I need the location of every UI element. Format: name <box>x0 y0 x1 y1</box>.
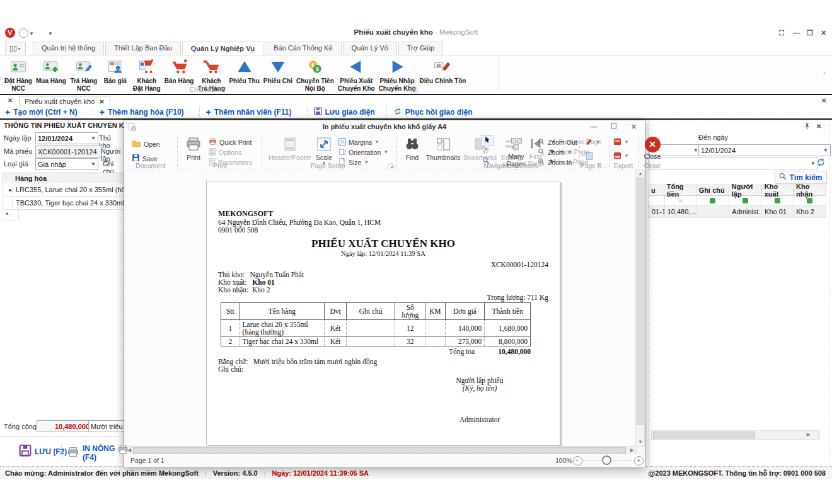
options-grid-icon <box>209 148 216 157</box>
orientation-button[interactable]: Orientation▼ <box>338 148 388 157</box>
dialog-maximize-button[interactable]: ☐ <box>611 122 617 130</box>
print-button[interactable]: Print <box>182 137 205 161</box>
dialog-minimize-button[interactable]: — <box>591 123 598 130</box>
panel-close-icon[interactable]: ✕ <box>816 123 821 130</box>
doc-tab[interactable]: Phiếu xuất chuyển kho ✕ <box>19 96 110 106</box>
header-footer-button[interactable]: Header/Footer <box>268 137 312 161</box>
new-button[interactable]: + Tạo mới (Ctrl + N) <box>5 107 78 117</box>
minimize-button[interactable]: — <box>793 29 800 37</box>
group-label-page-background: Page B... <box>579 162 608 169</box>
hot-print-button[interactable]: IN NÓNG (F4) <box>67 444 124 462</box>
ribbon-btn-dieu-chinh-ton[interactable]: ab Điều Chỉnh Tồn <box>418 57 468 85</box>
date-input[interactable]: 12/01/2024▼ <box>35 132 98 144</box>
group-label-export: Export <box>610 162 637 169</box>
ribbon-tab-bao-cao[interactable]: Báo Cáo Thống Kê <box>265 42 341 55</box>
ribbon-scroll-right-icon[interactable]: › <box>823 70 825 76</box>
filter-cell[interactable] <box>697 196 730 206</box>
code-input[interactable]: XCK00001-120124 <box>35 146 102 158</box>
chevron-down-icon[interactable]: ▼ <box>91 161 96 167</box>
filter-cell[interactable] <box>794 196 826 206</box>
price-type-select[interactable]: Giá nhập▼ <box>35 158 98 170</box>
app-window: V ▼ ▼ Phiếu xuất chuyển kho - MekongSoft… <box>0 0 832 504</box>
ribbon-btn-khach-dat-hang[interactable]: Khách Đặt Hàng <box>131 57 163 92</box>
save-button[interactable]: LƯU (F2) <box>19 444 67 459</box>
save-layout-button[interactable]: Lưu giao diện <box>314 107 375 117</box>
dialog-close-x-button[interactable]: ✕ <box>631 123 637 131</box>
ribbon-tab-thiet-lap[interactable]: Thiết Lập Ban Đầu <box>105 42 181 55</box>
filter-cell[interactable] <box>762 196 794 206</box>
ribbon-btn-phieu-chi[interactable]: Phiếu Chi <box>262 57 294 85</box>
ribbon-btn-chuyen-tien[interactable]: €$ Chuyển Tiền Nội Bộ <box>294 57 336 92</box>
zoom-out-button[interactable]: Zoom Out <box>538 138 577 147</box>
ribbon-tab-quan-ly-vo[interactable]: Quản Lý Vỏ <box>343 42 397 55</box>
doc-signature-block: Người lập phiếu (Ký, họ tên) Administrat… <box>426 377 533 423</box>
restore-layout-button[interactable]: Phục hồi giao diện <box>393 107 473 118</box>
chevron-down-icon[interactable]: ▼ <box>811 161 816 166</box>
close-window-button[interactable]: ✕ <box>821 29 826 37</box>
pin-icon[interactable] <box>804 123 811 132</box>
add-item-button[interactable]: + Thêm hàng hóa (F10) <box>100 107 184 117</box>
supplier-return-icon <box>76 59 92 76</box>
item-row[interactable]: TBC330, Tiger bạc chai 24 x 330ml <box>13 197 130 210</box>
ribbon-btn-bao-gia[interactable]: Báo giá <box>100 57 131 85</box>
preview-area[interactable]: MEKONGSOFT 64 Nguyễn Đình Chiểu, Phường … <box>125 169 637 447</box>
item-row[interactable]: LRC355, Larue chai 20 x 355ml (hàng <box>13 183 130 197</box>
auto-filter-icon <box>742 198 748 203</box>
add-staff-button[interactable]: + Thêm nhân viên (F11) <box>206 107 292 117</box>
page-background-button[interactable]: ▼ <box>584 138 601 147</box>
items-grid-header[interactable]: Hàng hóa <box>13 173 129 184</box>
ribbon-btn-tra-hang-ncc[interactable]: Trả Hàng NCC <box>68 57 100 92</box>
ribbon-btn-phieu-thu[interactable]: Phiếu Thu <box>227 57 261 85</box>
ribbon-btn-dat-hang-ncc[interactable]: Đặt Hàng NCC <box>3 57 34 92</box>
filter-cell[interactable]: = <box>665 196 697 206</box>
restore-button[interactable]: ❐ <box>807 29 813 37</box>
ribbon-btn-mua-hang[interactable]: Mua Hàng <box>34 57 68 85</box>
hand-tool-button[interactable] <box>482 147 490 156</box>
new-row-indicator[interactable]: *-: <box>3 210 19 220</box>
preview-vscrollbar[interactable]: ▲ ▼ <box>635 169 645 447</box>
find-button[interactable]: Find <box>402 137 423 161</box>
search-button[interactable]: Tìm kiếm <box>775 171 827 184</box>
fullscreen-button[interactable]: ⛶ <box>779 29 784 37</box>
app-menu-button[interactable]: ▯▯▼ <box>5 42 26 55</box>
to-date-input[interactable]: 12/01/2024▼ <box>698 144 831 156</box>
doc-tab-close-icon[interactable]: ✕ <box>99 98 104 105</box>
zoom-minus-button[interactable]: − <box>573 456 582 466</box>
scroll-right-icon[interactable]: ▶ <box>807 432 811 437</box>
search-grid-row[interactable]: 01-1... 10,480,... Administ... Kho 01 Kh… <box>649 206 826 218</box>
watermark-doc-icon[interactable] <box>586 152 593 162</box>
chevron-down-icon[interactable]: ▼ <box>91 135 96 141</box>
zoom-slider-thumb[interactable] <box>602 455 611 465</box>
zoom-plus-button[interactable]: + <box>634 456 644 466</box>
chevron-down-icon[interactable]: ▼ <box>823 147 828 153</box>
scroll-down-icon[interactable]: ▼ <box>638 440 643 445</box>
margins-button[interactable]: Margins▼ <box>338 138 379 147</box>
partial-print-button-icon[interactable] <box>117 444 129 457</box>
quick-print-button[interactable]: Quick Print <box>209 138 251 147</box>
send-email-button[interactable]: ▼ <box>613 152 629 161</box>
dialog-close-button[interactable]: ✕ Close <box>640 137 665 161</box>
filter-cell[interactable] <box>649 196 665 206</box>
ribbon-tab-quan-tri[interactable]: Quản trị hệ thống <box>33 42 104 55</box>
tabstrip-close-right-icon[interactable]: ✕ <box>821 97 826 104</box>
filter-cell[interactable] <box>729 196 762 206</box>
tabstrip-close-icon[interactable]: ✕ <box>8 97 13 104</box>
refresh-icon[interactable] <box>816 158 826 169</box>
zoom-button[interactable]: Zoom▼ <box>538 148 572 157</box>
export-file-button[interactable]: ▼ <box>613 138 629 147</box>
pointer-tool-button[interactable] <box>481 135 494 146</box>
thumbnails-button[interactable]: Thumbnails <box>425 137 461 161</box>
panel-hscrollbar[interactable]: ▶ <box>651 430 820 440</box>
ribbon-btn-phieu-xuat-chuyen-kho[interactable]: Phiếu Xuất Chuyển Kho <box>336 57 377 92</box>
options-button[interactable]: Options <box>209 148 241 157</box>
brush-icon <box>584 138 593 147</box>
open-button[interactable]: Open <box>132 139 160 149</box>
ribbon-tab-nghiep-vu[interactable]: Quản Lý Nghiệp Vụ <box>182 42 263 55</box>
ribbon-btn-ban-hang[interactable]: Bán Hàng <box>163 57 196 85</box>
ribbon-tab-tro-giup[interactable]: Trợ Giúp <box>398 42 443 55</box>
to-date-label: Đến ngày <box>698 134 728 141</box>
scroll-right-icon[interactable]: ▶ <box>630 448 634 453</box>
filter-select[interactable]: ▼ <box>648 158 818 169</box>
scroll-up-icon[interactable]: ▲ <box>638 171 643 176</box>
chevron-down-icon[interactable]: ▼ <box>693 147 698 153</box>
